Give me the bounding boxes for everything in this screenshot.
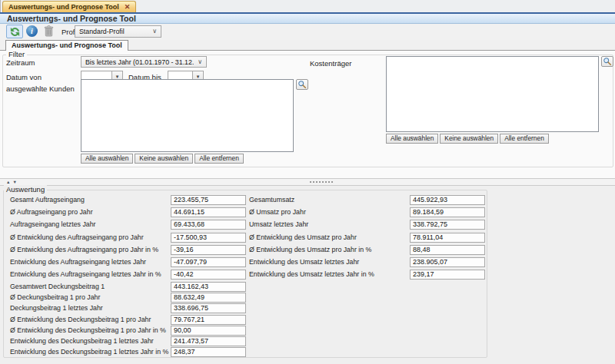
metric-row: Ø Entwicklung des Umsatz pro Jahr 78.911… — [249, 231, 489, 243]
kostentraeger-select-none-button[interactable]: Keine auswählen — [440, 134, 498, 144]
metric-label: Ø Deckungsbeitrag 1 pro Jahr — [10, 293, 100, 301]
metric-label: Ø Entwicklung des Auftragseingang pro Ja… — [10, 233, 144, 241]
document-tab[interactable]: Auswertungs- und Prognose Tool ✕ — [2, 1, 136, 12]
metric-row: Entwicklung des Auftragseingang letztes … — [10, 268, 250, 280]
datum-von-label: Datum von — [6, 73, 42, 81]
metric-row: Ø Deckungsbeitrag 1 pro Jahr 88.632,49 — [10, 291, 250, 302]
kostentraeger-label: Kostenträger — [310, 59, 351, 68]
auswertung-group-title: Auswertung — [4, 185, 47, 194]
metric-label: Gesamtwert Deckungsbeitrag 1 — [10, 283, 105, 290]
metric-value: 44.691,15 — [171, 207, 246, 217]
metric-label: Entwicklung des Auftragseingang letztes … — [10, 270, 161, 278]
trash-button[interactable] — [43, 25, 55, 38]
metric-value: 443.162,43 — [171, 282, 246, 292]
metric-value: 89.184,59 — [410, 207, 485, 217]
metric-row: Ø Entwicklung des Auftragseingang pro Ja… — [10, 231, 250, 243]
metric-row: Ø Entwicklung des Deckungsbeitrag 1 pro … — [10, 324, 250, 335]
kunden-select-none-button[interactable]: Keine auswählen — [135, 154, 193, 164]
chevron-down-icon: ∨ — [194, 59, 206, 65]
metric-row: Deckungsbeitrag 1 letztes Jahr 338.696,7… — [10, 302, 250, 313]
splitter-grip[interactable] — [310, 181, 333, 183]
metric-label: Ø Entwicklung des Auftragseingang pro Ja… — [10, 246, 158, 253]
metric-row: Ø Entwicklung des Deckungsbeitrag 1 pro … — [10, 313, 250, 324]
metric-value: 338.696,75 — [171, 303, 246, 313]
splitter-collapse-icons[interactable]: ▲▼ — [6, 179, 19, 185]
tab-auswertungs-und-prognose-tool[interactable]: Auswertungs- und Prognose Tool — [5, 40, 128, 51]
metric-value: 223.455,75 — [171, 195, 246, 205]
chevron-down-icon: ∨ — [148, 28, 161, 35]
metric-row: Entwicklung des Auftragseingang letztes … — [10, 256, 250, 268]
metric-row: Gesamtwert Deckungsbeitrag 1 443.162,43 — [10, 280, 250, 291]
metric-value: 69.433,68 — [171, 220, 246, 230]
kunden-label: ausgewählte Kunden — [6, 84, 75, 93]
metric-value: -47.097,79 — [171, 257, 246, 267]
kostentraeger-listbox[interactable] — [386, 56, 599, 132]
close-icon[interactable]: ✕ — [125, 4, 131, 11]
trash-icon — [43, 25, 55, 38]
metric-label: Umsatz letztes Jahr — [249, 220, 308, 228]
zeitraum-select-value: Bis letztes Jahr (01.01.1970 - 31.12.202… — [81, 58, 194, 66]
metric-label: Auftragseingang letztes Jahr — [10, 220, 96, 228]
window-header: Auswertungs- und Prognose Tool — [0, 14, 615, 24]
info-icon[interactable]: i — [26, 25, 38, 37]
metric-row: Ø Auftragseingang pro Jahr 44.691,15 — [10, 206, 250, 218]
metric-value: 78.911,04 — [410, 233, 485, 243]
tab-label: Auswertungs- und Prognose Tool — [12, 41, 122, 49]
metric-value: 238.905,07 — [410, 257, 485, 267]
kostentraeger-remove-all-button[interactable]: Alle entfernen — [500, 134, 549, 144]
refresh-icon — [9, 26, 21, 38]
search-icon — [298, 80, 307, 89]
metric-value: 88.632,49 — [171, 293, 246, 303]
metric-label: Ø Umsatz pro Jahr — [249, 208, 306, 216]
metric-label: Gesamtumsatz — [249, 196, 294, 204]
kostentraeger-select-all-button[interactable]: Alle auswählen — [386, 134, 438, 144]
metric-label: Ø Entwicklung des Umsatz pro Jahr — [249, 233, 357, 241]
toolbar: i Profil Standard-Profil ∨ — [0, 25, 615, 40]
metric-row: Auftragseingang letztes Jahr 69.433,68 — [10, 218, 250, 230]
profile-select-value: Standard-Profil — [75, 28, 148, 35]
metric-value: -17.500,93 — [171, 233, 246, 243]
metric-row: Entwicklung des Umsatz letztes Jahr in %… — [249, 268, 489, 280]
metric-label: Entwicklung des Umsatz letztes Jahr in % — [249, 270, 374, 278]
metric-value: 248,37 — [171, 347, 246, 357]
refresh-button[interactable] — [6, 25, 23, 38]
metric-value: 239,17 — [410, 270, 485, 280]
metric-row: Umsatz letztes Jahr 338.792,75 — [249, 218, 489, 230]
document-tab-bar: Auswertungs- und Prognose Tool ✕ — [0, 0, 615, 12]
metric-label: Ø Entwicklung des Deckungsbeitrag 1 pro … — [10, 316, 151, 323]
metric-value: 241.473,57 — [171, 336, 246, 346]
metric-value: 338.792,75 — [410, 220, 485, 230]
metric-value: -40,42 — [171, 270, 246, 280]
kunden-listbox[interactable] — [81, 79, 294, 152]
zeitraum-select[interactable]: Bis letztes Jahr (01.01.1970 - 31.12.202… — [81, 56, 207, 68]
metric-label: Entwicklung des Umsatz letztes Jahr — [249, 258, 359, 266]
metric-label: Gesamt Auftragseingang — [10, 196, 85, 204]
metric-label: Ø Entwicklung des Deckungsbeitrag 1 pro … — [10, 326, 166, 334]
filter-group-title: Filter — [6, 50, 27, 58]
metric-value: 88,48 — [410, 245, 485, 255]
filter-panel: Filter Zeitraum Bis letztes Jahr (01.01.… — [0, 51, 615, 178]
splitter[interactable]: ▲▼ — [0, 178, 615, 186]
auswertung-panel: Auswertung Gesamt Auftragseingang 223.45… — [0, 186, 615, 364]
app-window: Auswertungs- und Prognose Tool ✕ Auswert… — [0, 0, 615, 364]
metric-label: Entwicklung des Auftragseingang letztes … — [10, 258, 146, 266]
metric-row: Gesamtumsatz 445.922,93 — [249, 194, 489, 206]
search-icon — [603, 57, 612, 66]
metric-row: Ø Umsatz pro Jahr 89.184,59 — [249, 206, 489, 218]
zeitraum-label: Zeitraum — [6, 58, 35, 67]
kunden-remove-all-button[interactable]: Alle entfernen — [194, 154, 244, 164]
metric-value: 90,00 — [171, 326, 246, 336]
auftragseingang-column: Gesamt Auftragseingang 223.455,75 Ø Auft… — [10, 194, 250, 280]
kunden-button-row: Alle auswählen Keine auswählen Alle entf… — [81, 154, 244, 164]
profile-select[interactable]: Standard-Profil ∨ — [75, 25, 161, 38]
metric-row: Gesamt Auftragseingang 223.455,75 — [10, 194, 250, 206]
metric-row: Ø Entwicklung des Auftragseingang pro Ja… — [10, 243, 250, 256]
metric-row: Ø Entwicklung des Umsatz pro Jahr in % 8… — [249, 243, 489, 256]
metric-row: Entwicklung des Umsatz letztes Jahr 238.… — [249, 256, 489, 268]
metric-value: 79.767,21 — [171, 315, 246, 325]
kunden-search-button[interactable] — [296, 79, 308, 90]
metric-value: -39,16 — [171, 245, 246, 255]
kunden-select-all-button[interactable]: Alle auswählen — [81, 154, 133, 164]
kostentraeger-search-button[interactable] — [601, 56, 613, 67]
metric-row: Entwicklung des Deckungsbeitrag 1 letzte… — [10, 346, 250, 356]
